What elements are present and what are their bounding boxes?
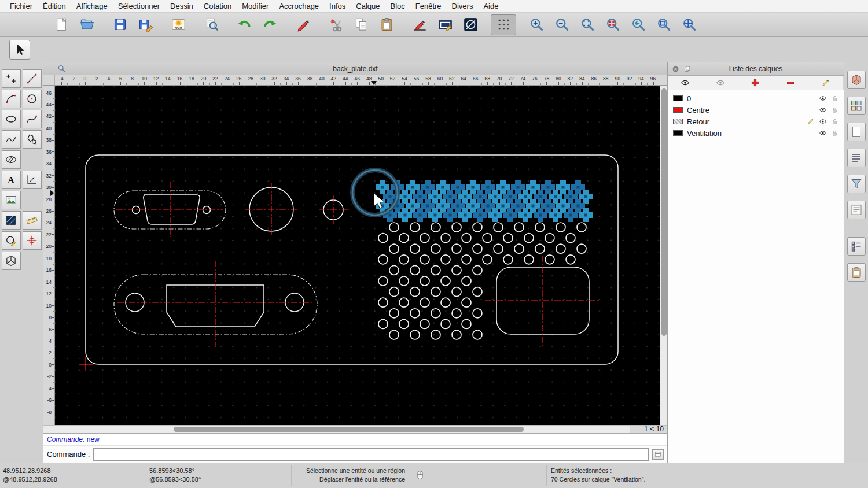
menu-fichier[interactable]: Fichier	[5, 2, 38, 10]
menu-fenetre[interactable]: Fenêtre	[410, 2, 447, 10]
hatch-tool-button[interactable]	[2, 150, 21, 169]
toolbar-separator	[315, 13, 323, 36]
copy-button[interactable]	[348, 14, 374, 35]
tool-options-bar	[0, 37, 868, 62]
zoom-window-button[interactable]	[651, 14, 676, 35]
dock-list-button[interactable]	[847, 149, 866, 167]
point-tool-button[interactable]	[2, 69, 21, 88]
undo-button[interactable]	[231, 14, 257, 35]
layer-row-retour[interactable]: Retour	[668, 116, 844, 127]
text-tool-button[interactable]: A	[2, 171, 21, 189]
fill-tool-button[interactable]	[2, 211, 21, 230]
h-ruler-label: 48	[364, 76, 374, 82]
dock-blocks-button[interactable]	[847, 97, 866, 115]
paste-button[interactable]	[374, 14, 399, 35]
menu-modifier[interactable]: Modifier	[237, 2, 274, 10]
v-ruler-label: 28	[46, 197, 52, 202]
menu-dessin[interactable]: Dessin	[165, 2, 198, 10]
zoom-auto-button[interactable]	[575, 14, 600, 35]
layer-visibility-eye-icon[interactable]	[819, 106, 827, 114]
toolbar-separator	[158, 13, 165, 36]
dock-entities-button[interactable]	[847, 237, 866, 256]
menu-affichage[interactable]: Affichage	[71, 2, 113, 10]
vertical-scrollbar-thumb[interactable]	[661, 88, 667, 336]
zoom-in-button[interactable]	[524, 14, 549, 35]
layer-visibility-eye-icon[interactable]	[819, 94, 827, 102]
add-layer-button[interactable]	[738, 76, 774, 90]
layer-visibility-eye-icon[interactable]	[819, 117, 827, 125]
dock-page-button[interactable]	[847, 123, 866, 141]
circle-tool-button[interactable]	[23, 90, 42, 108]
horizontal-scrollbar[interactable]	[43, 426, 630, 433]
save-as-button[interactable]	[133, 14, 158, 35]
snap-point-tool-button[interactable]	[23, 231, 42, 250]
layer-row-0[interactable]: 0	[668, 93, 844, 104]
dimension-tool-button[interactable]	[23, 171, 42, 189]
circle-tool-button[interactable]	[458, 14, 483, 35]
open-button[interactable]	[74, 14, 100, 35]
horizontal-scrollbar-thumb[interactable]	[174, 427, 524, 432]
layer-lock-icon[interactable]	[831, 118, 838, 125]
print-preview-button[interactable]	[198, 14, 224, 35]
dock-library-button[interactable]	[847, 71, 866, 89]
image-tool-button[interactable]	[2, 191, 21, 209]
measure-tool-button[interactable]	[23, 211, 42, 230]
menu-aide[interactable]: Aide	[478, 2, 503, 10]
h-ruler-label: 90	[612, 76, 623, 82]
spline-tool-button[interactable]	[23, 110, 42, 128]
edit-layer-button[interactable]	[808, 76, 844, 90]
selected-ventilation-circles[interactable]	[376, 180, 593, 222]
dock-clipboard-button[interactable]	[847, 263, 866, 282]
menu-bloc[interactable]: Bloc	[385, 2, 410, 10]
hide-all-layers-button[interactable]	[703, 76, 738, 90]
command-input[interactable]	[93, 448, 649, 461]
pen-edit-button[interactable]	[407, 14, 432, 35]
svg-export-button[interactable]: SVG	[165, 14, 191, 35]
grid-snap-button[interactable]	[491, 14, 516, 35]
menu-divers[interactable]: Divers	[447, 2, 479, 10]
close-panel-icon[interactable]	[671, 65, 680, 73]
isometric-tool-button[interactable]	[2, 252, 21, 270]
layer-visibility-eye-icon[interactable]	[819, 129, 827, 137]
dock-filter-button[interactable]	[847, 175, 866, 193]
line-tool-button[interactable]	[23, 69, 42, 88]
layer-lock-icon[interactable]	[831, 95, 838, 102]
layer-row-centre[interactable]: Centre	[668, 104, 844, 116]
show-all-layers-button[interactable]	[668, 76, 703, 90]
ventilation-holes[interactable]	[378, 223, 586, 339]
vertical-scrollbar[interactable]	[660, 86, 667, 425]
circle-edit-tool-button[interactable]	[2, 231, 21, 250]
menu-infos[interactable]: Infos	[324, 2, 351, 10]
zoom-previous-button[interactable]	[626, 14, 651, 35]
ellipse-tool-button[interactable]	[2, 110, 21, 128]
menu-cotation[interactable]: Cotation	[198, 2, 237, 10]
layer-row-ventilation[interactable]: Ventilation	[668, 127, 844, 139]
cad-canvas[interactable]	[55, 86, 660, 425]
menu-edition[interactable]: Édition	[38, 2, 71, 10]
pan-button[interactable]	[676, 14, 702, 35]
remove-layer-button[interactable]	[773, 76, 808, 90]
arc-tool-button[interactable]	[2, 90, 21, 108]
save-button[interactable]	[107, 14, 133, 35]
command-area: Commande: new Commande :	[43, 433, 667, 463]
layer-lock-icon[interactable]	[831, 106, 838, 114]
dock-commands-button[interactable]	[847, 201, 866, 219]
block-edit-button[interactable]	[432, 14, 458, 35]
polygon-tool-button[interactable]	[23, 130, 42, 149]
new-button[interactable]	[49, 14, 74, 35]
pen-button[interactable]	[290, 14, 315, 35]
menu-accrochage[interactable]: Accrochage	[274, 2, 324, 10]
zoom-selected-button[interactable]	[600, 14, 626, 35]
cut-button[interactable]	[323, 14, 348, 35]
detach-panel-icon[interactable]	[683, 65, 692, 73]
menu-calque[interactable]: Calque	[351, 2, 385, 10]
freehand-tool-button[interactable]	[2, 130, 21, 149]
zoom-out-button[interactable]	[549, 14, 575, 35]
v-ruler-label: 14	[46, 279, 52, 285]
redo-button[interactable]	[257, 14, 282, 35]
h-ruler-label: 0	[80, 76, 90, 82]
select-arrow-button[interactable]	[9, 40, 30, 60]
command-panel-toggle-button[interactable]	[652, 449, 664, 460]
menu-selectionner[interactable]: Sélectionner	[113, 2, 165, 10]
layer-lock-icon[interactable]	[831, 130, 838, 137]
